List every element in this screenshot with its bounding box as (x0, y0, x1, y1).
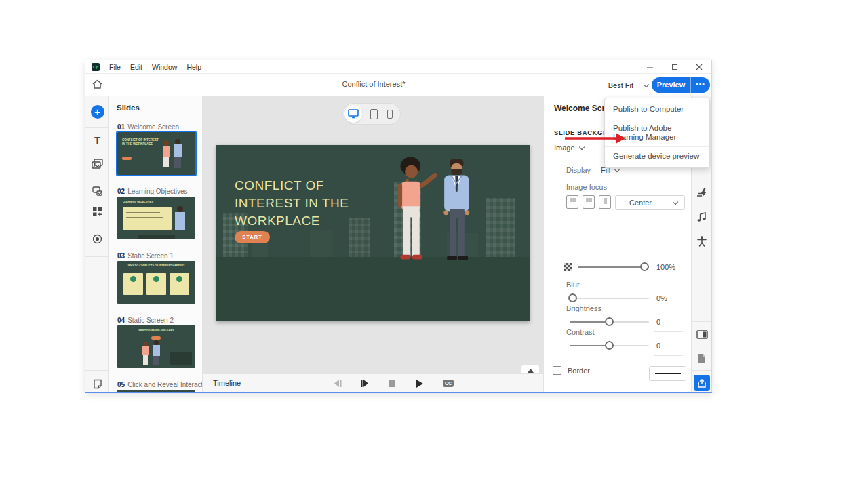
left-toolbar-rail: + T (85, 96, 109, 392)
slide-3-label[interactable]: 03Static Screen 1 (117, 252, 174, 260)
toolbar: Conflict of Interest* Best Fit Preview •… (85, 74, 711, 96)
tablet-view-button[interactable] (370, 109, 378, 119)
focus-phone-button[interactable] (599, 195, 611, 209)
blur-slider-knob[interactable] (568, 293, 577, 302)
contrast-slider[interactable] (570, 345, 649, 346)
minimize-icon (647, 64, 654, 70)
document-title: Conflict of Interest* (289, 80, 458, 88)
slide-1-thumbnail[interactable]: CONFLICT OF INTEREST IN THE WORKPLACE (117, 132, 195, 175)
timeline-bar: Timeline CC (203, 373, 543, 392)
desktop-icon (348, 109, 359, 119)
opacity-label (564, 263, 572, 271)
desktop-view-button[interactable] (344, 105, 362, 123)
slide-title-text[interactable]: CONFLICT OF INTEREST IN THE WORKPLACE (235, 177, 349, 230)
step-forward-button[interactable] (357, 374, 373, 392)
menu-help[interactable]: Help (186, 63, 201, 71)
accessibility-icon (697, 236, 707, 247)
image-focus-label: Image focus (566, 183, 607, 191)
maximize-button[interactable] (663, 60, 687, 74)
plus-icon: + (91, 105, 104, 119)
document-button[interactable] (692, 354, 712, 363)
play-button[interactable] (412, 374, 428, 392)
blur-slider[interactable] (570, 298, 649, 299)
opacity-value[interactable]: 100% (656, 263, 685, 271)
widgets-tool-button[interactable] (85, 207, 109, 217)
menu-window[interactable]: Window (152, 63, 177, 71)
characters-illustration (394, 157, 478, 265)
start-button[interactable]: START (235, 231, 270, 243)
preview-more-button[interactable]: ••• (691, 77, 710, 93)
minimize-button[interactable] (638, 60, 663, 74)
focus-phone-icon (604, 198, 607, 204)
maximize-icon (672, 64, 677, 70)
animations-button[interactable] (692, 188, 712, 197)
media-tool-button[interactable] (85, 159, 109, 169)
interactions-icon (92, 186, 103, 197)
menu-item-generate-device-preview[interactable]: Generate device preview (605, 148, 709, 165)
notes-icon (93, 379, 102, 389)
music-note-icon (697, 212, 707, 222)
step-back-icon (334, 380, 342, 387)
brightness-value[interactable]: 0 (656, 318, 685, 326)
slide-2-label[interactable]: 02Learning Objectives (117, 188, 188, 195)
menu-file[interactable]: File (109, 63, 121, 71)
annotation-arrow (564, 131, 626, 146)
slide-stage[interactable]: CONFLICT OF INTEREST IN THE WORKPLACE ST… (216, 145, 530, 321)
stop-button[interactable] (384, 374, 400, 392)
triangle-up-icon (528, 369, 534, 373)
border-label: Border (568, 367, 590, 375)
zoom-select[interactable]: Best Fit (591, 79, 648, 92)
slide-5-thumbnail[interactable] (117, 390, 195, 392)
home-button[interactable] (92, 79, 103, 93)
chevron-down-icon (673, 199, 678, 204)
opacity-slider[interactable] (578, 266, 649, 268)
interactions-tool-button[interactable] (85, 186, 109, 197)
add-button[interactable]: + (85, 105, 109, 119)
blur-value[interactable]: 0% (656, 294, 685, 302)
slide-2-thumbnail[interactable]: LEARNING OBJECTIVES (117, 197, 195, 239)
step-forward-icon (361, 380, 369, 387)
share-button[interactable] (694, 375, 710, 391)
record-tool-button[interactable] (85, 234, 109, 244)
contrast-value[interactable]: 0 (656, 342, 685, 350)
accessibility-button[interactable] (692, 236, 712, 247)
focus-desktop-icon (570, 198, 576, 202)
menu-edit[interactable]: Edit (130, 63, 142, 71)
brightness-slider[interactable] (570, 321, 649, 323)
opacity-slider-knob[interactable] (640, 262, 649, 271)
close-button[interactable] (687, 60, 711, 74)
brightness-slider-knob[interactable] (605, 317, 614, 326)
menu-item-publish-computer[interactable]: Publish to Computer (605, 101, 709, 118)
step-back-button[interactable] (330, 374, 346, 392)
slide-5-label[interactable]: 05Click and Reveal Interactio... (117, 381, 203, 388)
slides-panel-title: Slides (117, 104, 140, 112)
border-checkbox[interactable] (553, 366, 561, 375)
line-style-icon (655, 373, 681, 374)
audio-button[interactable] (692, 212, 712, 222)
focus-tablet-button[interactable] (583, 195, 595, 209)
slide-4-thumbnail[interactable]: MEET DESMOND AND GABY (117, 325, 195, 368)
slide-3-thumbnail[interactable]: WHY DO CONFLICTS OF INTEREST HAPPEN? (117, 261, 195, 304)
blur-label: Blur (566, 281, 580, 289)
device-preview-toggle (343, 104, 400, 124)
layout-panel-icon (696, 330, 708, 339)
contrast-slider-knob[interactable] (605, 341, 614, 350)
close-icon (696, 64, 703, 70)
blocks-icon (92, 207, 102, 217)
layout-panel-button[interactable] (692, 330, 712, 339)
cc-icon: CC (443, 380, 454, 387)
notes-button[interactable] (85, 379, 109, 389)
border-style-button[interactable] (649, 366, 686, 381)
focus-desktop-button[interactable] (566, 195, 578, 209)
slide-1-label[interactable]: 01Welcome Screen (117, 123, 179, 131)
phone-view-button[interactable] (387, 110, 393, 119)
record-icon (92, 234, 102, 244)
preview-button[interactable]: Preview (652, 77, 691, 93)
slide-4-label[interactable]: 04Static Screen 2 (117, 317, 174, 324)
text-icon: T (94, 134, 100, 146)
contrast-label: Contrast (566, 328, 595, 336)
play-icon (416, 380, 423, 388)
focus-position-select[interactable]: Center (615, 195, 685, 210)
text-tool-button[interactable]: T (85, 134, 109, 146)
closed-captions-button[interactable]: CC (440, 374, 456, 392)
